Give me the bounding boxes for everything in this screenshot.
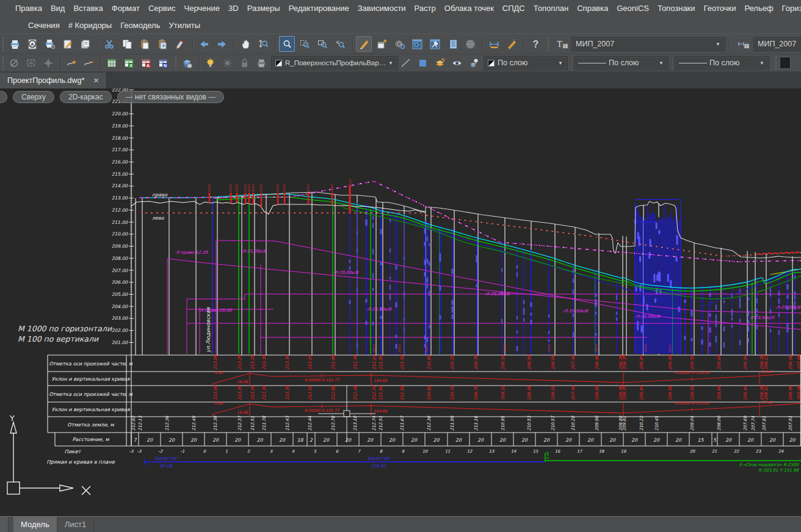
pline-del-vertex-button[interactable]	[81, 56, 96, 70]
zoom-dynamic-button[interactable]	[297, 36, 313, 52]
menu-19[interactable]: Рельеф	[740, 4, 777, 13]
linetype-sample-button[interactable]	[398, 56, 413, 70]
zoom-realtime-button[interactable]	[255, 36, 271, 52]
cut-button[interactable]	[101, 36, 117, 52]
menu-11[interactable]: Растр	[410, 4, 440, 13]
menu-4[interactable]: Формат	[107, 4, 144, 13]
view-direction-control[interactable]: Сверху	[13, 91, 54, 103]
svg-text:0: 0	[203, 449, 206, 454]
table-style-n-button[interactable]: N	[156, 56, 170, 70]
redo-button[interactable]	[214, 36, 230, 52]
zoom-scale-button[interactable]	[314, 36, 330, 52]
lineweight-combo[interactable]: По слою▼	[675, 56, 769, 70]
linetype-combo-dropdown-arrow[interactable]: ▼	[657, 60, 665, 66]
document-tab[interactable]: ПроектПрофиль.dwg*✕	[0, 73, 107, 88]
layers-manager-button[interactable]	[179, 56, 194, 70]
layer-plot-button[interactable]	[254, 56, 269, 70]
menu2-2[interactable]: # Коридоры	[64, 21, 117, 30]
table-style-a-button[interactable]: A	[139, 56, 153, 70]
help-button[interactable]: ?	[527, 36, 543, 52]
menu-14[interactable]: Топоплан	[529, 4, 573, 13]
zoom-previous-button[interactable]	[332, 36, 348, 52]
menu-16[interactable]: GeoniCS	[612, 4, 653, 13]
menu-5[interactable]: Сервис	[144, 4, 180, 13]
partial-toolbar-button[interactable]	[780, 57, 791, 69]
paste-button[interactable]	[137, 36, 153, 52]
zoom-window-button[interactable]	[279, 36, 295, 52]
linetype-combo[interactable]: По слою▼	[574, 56, 669, 70]
menu-15[interactable]: Справка	[573, 4, 612, 13]
ellipse-off-button[interactable]	[7, 56, 21, 70]
ucs-origin-button[interactable]	[41, 56, 56, 70]
notebook-button[interactable]	[444, 36, 460, 52]
menu-8[interactable]: Размеры	[243, 4, 285, 13]
print-preview-button[interactable]: A	[24, 36, 40, 52]
measure-button[interactable]: i	[504, 36, 520, 52]
text-style-combo[interactable]: МИП_2007▼	[571, 37, 725, 51]
layer-combo[interactable]: R_ПоверхностьПрофильВариант...▼	[271, 56, 398, 70]
toolbar-grip[interactable]	[1, 37, 4, 51]
menu-2[interactable]: Вид	[46, 4, 70, 13]
viewport-rect-button[interactable]	[24, 56, 38, 70]
layer-on-off-button[interactable]	[203, 56, 217, 70]
options-button[interactable]	[391, 36, 407, 52]
paste-special-button[interactable]	[154, 36, 170, 52]
pan-button[interactable]	[237, 36, 253, 52]
export-view-button[interactable]	[374, 36, 390, 52]
layer-walk-button[interactable]	[449, 56, 464, 70]
menu2-3[interactable]: Геомодель	[116, 21, 164, 30]
menu-3[interactable]: Вставка	[69, 4, 107, 13]
menu-10[interactable]: Зависимости	[353, 4, 410, 13]
dimension-button[interactable]	[486, 36, 502, 52]
layer-isolate-button[interactable]	[466, 56, 481, 70]
menu-18[interactable]: Геоточки	[700, 4, 741, 13]
table-insert-button[interactable]	[104, 56, 119, 70]
undo-button[interactable]	[196, 36, 212, 52]
menu-9[interactable]: Редактирование	[285, 4, 353, 13]
match-properties-button[interactable]	[172, 36, 188, 52]
layout-tab-sheet[interactable]: Лист1	[57, 517, 94, 532]
pline-add-vertex-button[interactable]	[64, 56, 79, 70]
viewport-menu-stub[interactable]	[0, 91, 7, 103]
dim-style-combo[interactable]: МИП_2007	[753, 37, 801, 51]
table-export-excel-button[interactable]: X	[121, 56, 136, 70]
draw-order-button[interactable]	[356, 36, 372, 52]
menu-12[interactable]: Облака точек	[440, 4, 498, 13]
menu-20[interactable]: Гориз	[778, 4, 801, 13]
lineweight-combo-dropdown-arrow[interactable]: ▼	[758, 60, 766, 66]
color-blue-box-button[interactable]	[415, 56, 430, 70]
geonics-tools-button[interactable]	[427, 36, 443, 52]
color-combo-dropdown-arrow[interactable]: ▼	[556, 60, 565, 66]
layer-freeze-button[interactable]	[220, 56, 234, 70]
color-combo[interactable]: По слою▼	[484, 56, 568, 70]
menu-1[interactable]: Правка	[11, 4, 46, 13]
menu2-4[interactable]: Утилиты	[164, 21, 205, 30]
render-sphere-button[interactable]	[462, 36, 478, 52]
svg-text:206.4: 206.4	[595, 344, 598, 353]
linked-views-control[interactable]: --- нет связанных видов ---	[117, 91, 225, 103]
close-tab-icon[interactable]: ✕	[93, 76, 99, 85]
layout-tab-model[interactable]: Модель	[13, 517, 57, 532]
drawing-area[interactable]: -Л право-12.20-Л-21,00к/8-Л-20,00к/8-Л п…	[0, 88, 801, 516]
geonics-settings-button[interactable]	[409, 36, 425, 52]
menu-6[interactable]: Черчение	[180, 4, 225, 13]
text-style-combo-dropdown-arrow[interactable]: ▼	[714, 41, 722, 47]
plot-settings-button[interactable]	[42, 36, 58, 52]
print-button[interactable]	[7, 36, 23, 52]
publish-button[interactable]	[60, 36, 76, 52]
menu-13[interactable]: СПДС	[498, 4, 529, 13]
layer-states-button[interactable]	[432, 56, 447, 70]
menu-7[interactable]: 3D	[224, 4, 243, 13]
toolbar-grip[interactable]	[1, 56, 4, 70]
copy-sheets-button[interactable]	[78, 36, 93, 52]
toolbar-grip[interactable]	[546, 37, 549, 51]
layer-combo-dropdown-arrow[interactable]: ▼	[386, 60, 395, 66]
svg-text:Уклон и вертикальная кривая: Уклон и вертикальная кривая	[52, 376, 131, 382]
visual-style-control[interactable]: 2D-каркас	[60, 91, 111, 103]
toolbar-grip[interactable]	[174, 56, 177, 70]
toolbar-grip[interactable]	[774, 56, 777, 70]
menu-17[interactable]: Топознаки	[653, 4, 700, 13]
copy-button[interactable]	[119, 36, 135, 52]
menu2-1[interactable]: Сечения	[24, 21, 64, 30]
layer-lock-button[interactable]	[237, 56, 252, 70]
